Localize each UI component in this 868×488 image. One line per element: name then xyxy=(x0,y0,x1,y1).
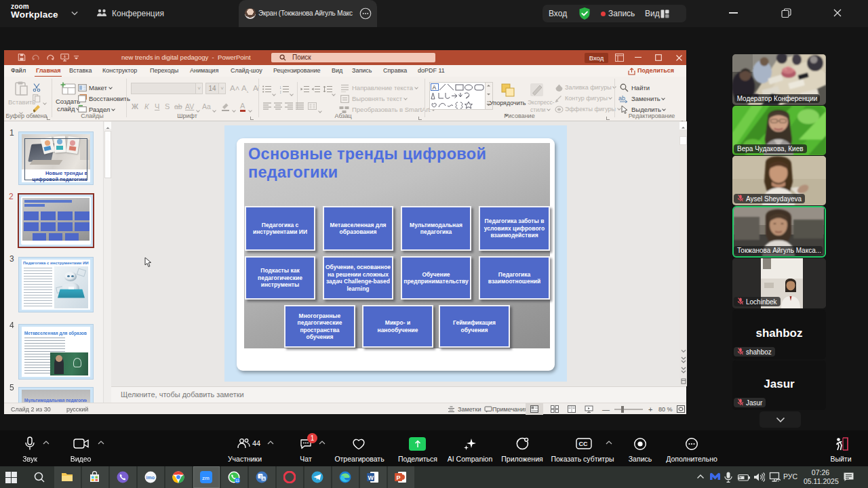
svg-text:P: P xyxy=(397,474,401,481)
svg-text:W: W xyxy=(368,474,374,481)
svg-text:CC: CC xyxy=(579,441,588,447)
svg-text:imo: imo xyxy=(146,475,155,480)
svg-text:ab: ab xyxy=(618,95,625,102)
svg-text:1: 1 xyxy=(280,86,281,89)
svg-text:A: A xyxy=(262,477,265,481)
svg-text:2: 2 xyxy=(280,91,281,94)
svg-text:А: А xyxy=(433,84,437,91)
svg-text:zm: zm xyxy=(202,475,210,481)
svg-text:11: 11 xyxy=(235,479,239,483)
